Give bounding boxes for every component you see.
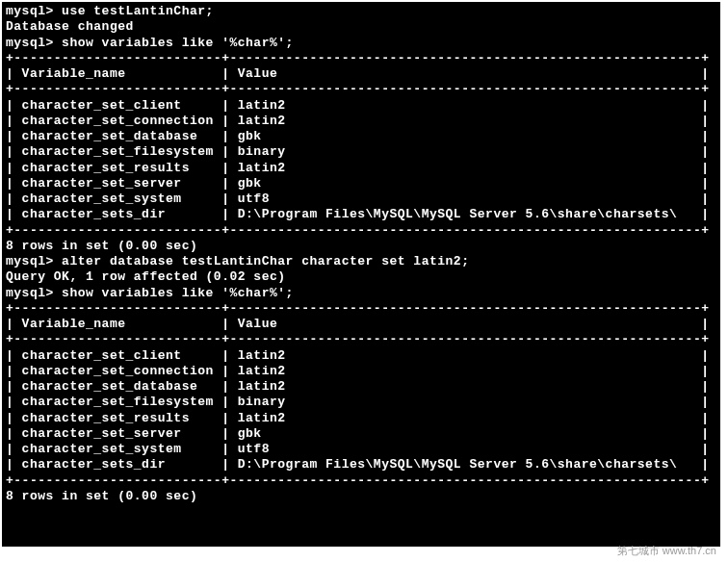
terminal-line: | character_set_database | latin2 | xyxy=(6,379,716,395)
terminal-line: | character_set_system | utf8 | xyxy=(6,442,716,457)
mysql-terminal[interactable]: mysql> use testLantinChar;Database chang… xyxy=(2,2,720,547)
terminal-line: | Variable_name | Value | xyxy=(6,66,716,82)
watermark-text: 第七城市 www.th7.cn xyxy=(617,544,716,558)
terminal-line: mysql> use testLantinChar; xyxy=(6,4,716,19)
terminal-line: +--------------------------+------------… xyxy=(6,301,716,317)
terminal-line: | character_set_client | latin2 | xyxy=(6,98,716,114)
terminal-line: +--------------------------+------------… xyxy=(6,332,716,347)
terminal-line: | character_set_system | utf8 | xyxy=(6,192,716,207)
terminal-line: +--------------------------+------------… xyxy=(6,473,716,489)
terminal-line: | character_set_results | latin2 | xyxy=(6,161,716,176)
terminal-line: 8 rows in set (0.00 sec) xyxy=(6,239,716,254)
terminal-line: | character_set_client | latin2 | xyxy=(6,348,716,364)
terminal-line: | character_set_database | gbk | xyxy=(6,129,716,144)
terminal-line: mysql> show variables like '%char%'; xyxy=(6,36,716,51)
terminal-line: | character_set_connection | latin2 | xyxy=(6,364,716,379)
terminal-line: | character_sets_dir | D:\Program Files\… xyxy=(6,457,716,473)
terminal-line: | character_set_server | gbk | xyxy=(6,426,716,442)
terminal-line: | character_sets_dir | D:\Program Files\… xyxy=(6,207,716,222)
terminal-line: +--------------------------+------------… xyxy=(6,223,716,239)
terminal-line: | character_set_filesystem | binary | xyxy=(6,144,716,160)
terminal-line: | character_set_connection | latin2 | xyxy=(6,114,716,129)
terminal-line: +--------------------------+------------… xyxy=(6,82,716,97)
terminal-line: mysql> alter database testLantinChar cha… xyxy=(6,254,716,269)
terminal-line: mysql> show variables like '%char%'; xyxy=(6,286,716,301)
terminal-line: Database changed xyxy=(6,19,716,35)
terminal-line: Query OK, 1 row affected (0.02 sec) xyxy=(6,269,716,285)
terminal-line: | character_set_server | gbk | xyxy=(6,176,716,192)
terminal-line: +--------------------------+------------… xyxy=(6,51,716,66)
terminal-line: | character_set_results | latin2 | xyxy=(6,411,716,426)
terminal-line: | Variable_name | Value | xyxy=(6,317,716,332)
terminal-line: 8 rows in set (0.00 sec) xyxy=(6,489,716,504)
terminal-line: | character_set_filesystem | binary | xyxy=(6,395,716,410)
